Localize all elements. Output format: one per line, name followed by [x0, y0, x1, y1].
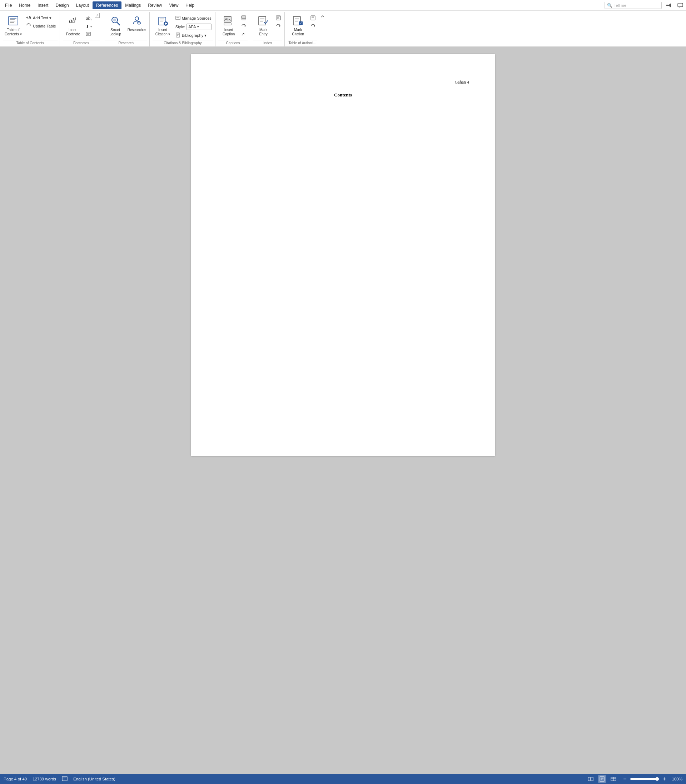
svg-text:✓: ✓: [300, 22, 302, 25]
smart-lookup-button[interactable]: SmartLookup: [105, 13, 126, 39]
insert-index-icon: [276, 15, 281, 21]
researcher-icon: [131, 14, 143, 27]
language: English (United States): [73, 777, 115, 781]
next-footnote-button[interactable]: ⬇ ▾: [84, 23, 93, 30]
insert-footnote-label: InsertFootnote: [66, 28, 80, 36]
menu-help[interactable]: Help: [182, 2, 198, 9]
show-notes-icon: [86, 31, 91, 37]
update-table-icon: [26, 23, 31, 29]
cross-reference-button[interactable]: ↗: [240, 31, 248, 38]
insert-table-figs-icon: [241, 15, 246, 21]
smart-lookup-icon: [109, 14, 122, 27]
insert-index-button[interactable]: [274, 14, 282, 22]
proofing-icon[interactable]: [62, 776, 67, 782]
bibliography-button[interactable]: Bibliography ▾: [174, 31, 213, 39]
menu-layout[interactable]: Layout: [72, 2, 93, 9]
manage-sources-button[interactable]: Manage Sources: [174, 14, 213, 22]
citations-right-btns: Manage Sources Style: APA ▾: [174, 13, 213, 39]
print-layout-icon[interactable]: [598, 775, 606, 783]
zoom-out-button[interactable]: −: [621, 775, 629, 783]
page-info: Page 4 of 49: [3, 777, 27, 781]
ribbon-group-citations: InsertCitation ▾ Manage Sources: [150, 12, 216, 46]
page-content[interactable]: [217, 109, 469, 430]
update-table-figs-button[interactable]: [240, 23, 248, 30]
footnotes-dialog-launcher[interactable]: ↗: [95, 13, 100, 18]
insert-endnote-button[interactable]: ab1: [84, 14, 93, 23]
ribbon-group-research: SmartLookup Researcher Rese: [103, 12, 150, 46]
ribbon-groups: Table ofContents ▾ +A Add Text ▾: [0, 11, 686, 46]
toc-group-content: Table ofContents ▾ +A Add Text ▾: [3, 12, 57, 40]
menu-references[interactable]: References: [93, 2, 121, 9]
zoom-in-button[interactable]: +: [660, 775, 668, 783]
svg-point-15: [113, 19, 116, 21]
share-icon[interactable]: [665, 1, 673, 10]
search-icon: 🔍: [607, 3, 612, 8]
update-index-icon: [276, 24, 281, 29]
menu-insert[interactable]: Insert: [34, 2, 52, 9]
footnotes-group-label: Footnotes: [63, 40, 100, 46]
menu-view[interactable]: View: [166, 2, 182, 9]
table-auth-small-btns: [309, 13, 317, 30]
ribbon-group-footnotes: ab 1 InsertFootnote ab1 ⬇ ▾: [61, 12, 102, 46]
menu-file[interactable]: File: [2, 2, 15, 9]
toc-small-btns: +A Add Text ▾ Update Table: [24, 13, 57, 30]
mark-entry-icon: [257, 14, 270, 27]
ribbon-collapse-btn[interactable]: [320, 12, 325, 19]
insert-citation-button[interactable]: InsertCitation ▾: [153, 13, 173, 39]
ribbon-group-table-auth: ✓ MarkCitation: [286, 12, 319, 46]
mark-entry-button[interactable]: MarkEntry: [253, 13, 274, 39]
svg-rect-39: [242, 19, 246, 20]
footnotes-small-btns: ab1 ⬇ ▾: [84, 13, 93, 38]
toc-group-label: Table of Contents: [3, 40, 57, 46]
add-text-icon: +A: [26, 15, 31, 20]
smart-lookup-label: SmartLookup: [109, 28, 121, 36]
svg-rect-38: [242, 16, 246, 19]
menu-home[interactable]: Home: [15, 2, 34, 9]
show-notes-button[interactable]: [84, 30, 93, 38]
page-title[interactable]: Contents: [217, 92, 469, 98]
update-index-button[interactable]: [274, 23, 282, 30]
svg-rect-1: [678, 3, 683, 7]
svg-rect-2: [8, 16, 18, 25]
toc-icon: [7, 14, 20, 27]
menu-design[interactable]: Design: [52, 2, 72, 9]
add-text-button[interactable]: +A Add Text ▾: [24, 14, 57, 21]
citations-group-label: Citations & Bibliography: [153, 40, 213, 46]
status-bar: Page 4 of 49 12739 words English (United…: [0, 774, 686, 784]
style-dropdown-control[interactable]: APA ▾: [186, 24, 212, 30]
insert-table-auth-button[interactable]: [309, 14, 317, 22]
menu-review[interactable]: Review: [144, 2, 165, 9]
bibliography-icon: [175, 33, 180, 38]
insert-endnote-icon: ab1: [86, 15, 92, 22]
footnotes-group-content: ab 1 InsertFootnote ab1 ⬇ ▾: [63, 12, 100, 40]
next-footnote-icon: ⬇: [86, 24, 89, 29]
mark-citation-button[interactable]: ✓ MarkCitation: [287, 13, 308, 39]
document-page[interactable]: Gahan 4 Contents: [191, 54, 495, 456]
table-of-contents-button[interactable]: Table ofContents ▾: [3, 13, 24, 39]
index-small-btns: [274, 13, 282, 30]
table-auth-group-content: ✓ MarkCitation: [287, 12, 317, 40]
style-value: APA: [188, 24, 196, 29]
manage-sources-icon: [175, 15, 180, 21]
page-header-right: Gahan 4: [217, 80, 469, 85]
svg-rect-58: [62, 776, 67, 781]
menu-mailings[interactable]: Mailings: [121, 2, 144, 9]
insert-footnote-button[interactable]: ab 1 InsertFootnote: [63, 13, 83, 39]
tell-me-input[interactable]: Tell me: [614, 3, 626, 8]
insert-caption-button[interactable]: InsertCaption: [218, 13, 239, 39]
svg-rect-30: [176, 33, 180, 37]
update-table-auth-icon: [310, 24, 315, 29]
svg-rect-40: [259, 16, 266, 25]
mark-citation-icon: ✓: [292, 14, 304, 27]
svg-rect-63: [600, 776, 604, 781]
update-table-auth-button[interactable]: [309, 23, 317, 30]
update-table-button[interactable]: Update Table: [24, 22, 57, 30]
zoom-slider[interactable]: [630, 778, 659, 780]
insert-table-auth-icon: [310, 15, 315, 21]
researcher-button[interactable]: Researcher: [126, 13, 147, 39]
comment-icon[interactable]: [676, 1, 684, 10]
read-mode-icon[interactable]: [587, 775, 595, 783]
web-layout-icon[interactable]: [609, 775, 617, 783]
zoom-controls: − + 100%: [621, 775, 683, 783]
insert-table-figs-button[interactable]: [240, 14, 248, 22]
